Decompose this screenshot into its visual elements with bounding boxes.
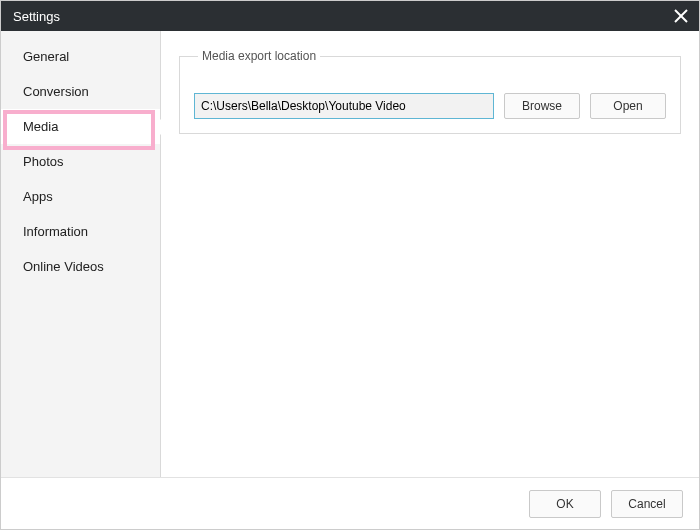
export-row: Browse Open — [194, 93, 666, 119]
footer: OK Cancel — [1, 477, 699, 529]
media-export-group: Media export location Browse Open — [179, 49, 681, 134]
window-title: Settings — [13, 9, 671, 24]
sidebar: General Conversion Media Photos Apps Inf… — [1, 31, 161, 477]
content-pane: Media export location Browse Open — [161, 31, 699, 477]
sidebar-item-label: General — [23, 49, 69, 64]
ok-button[interactable]: OK — [529, 490, 601, 518]
export-path-input[interactable] — [194, 93, 494, 119]
close-icon[interactable] — [671, 6, 691, 26]
sidebar-item-label: Apps — [23, 189, 53, 204]
settings-window: Settings General Conversion Media Photos… — [0, 0, 700, 530]
titlebar: Settings — [1, 1, 699, 31]
sidebar-item-label: Media — [23, 119, 58, 134]
sidebar-item-label: Conversion — [23, 84, 89, 99]
browse-button[interactable]: Browse — [504, 93, 580, 119]
sidebar-item-label: Photos — [23, 154, 63, 169]
sidebar-item-photos[interactable]: Photos — [1, 144, 160, 179]
sidebar-item-information[interactable]: Information — [1, 214, 160, 249]
group-title: Media export location — [198, 49, 320, 63]
sidebar-item-media[interactable]: Media — [1, 109, 160, 144]
sidebar-item-online-videos[interactable]: Online Videos — [1, 249, 160, 284]
open-button[interactable]: Open — [590, 93, 666, 119]
sidebar-item-label: Information — [23, 224, 88, 239]
sidebar-item-label: Online Videos — [23, 259, 104, 274]
cancel-button[interactable]: Cancel — [611, 490, 683, 518]
sidebar-item-general[interactable]: General — [1, 39, 160, 74]
window-body: General Conversion Media Photos Apps Inf… — [1, 31, 699, 477]
sidebar-item-apps[interactable]: Apps — [1, 179, 160, 214]
sidebar-item-conversion[interactable]: Conversion — [1, 74, 160, 109]
